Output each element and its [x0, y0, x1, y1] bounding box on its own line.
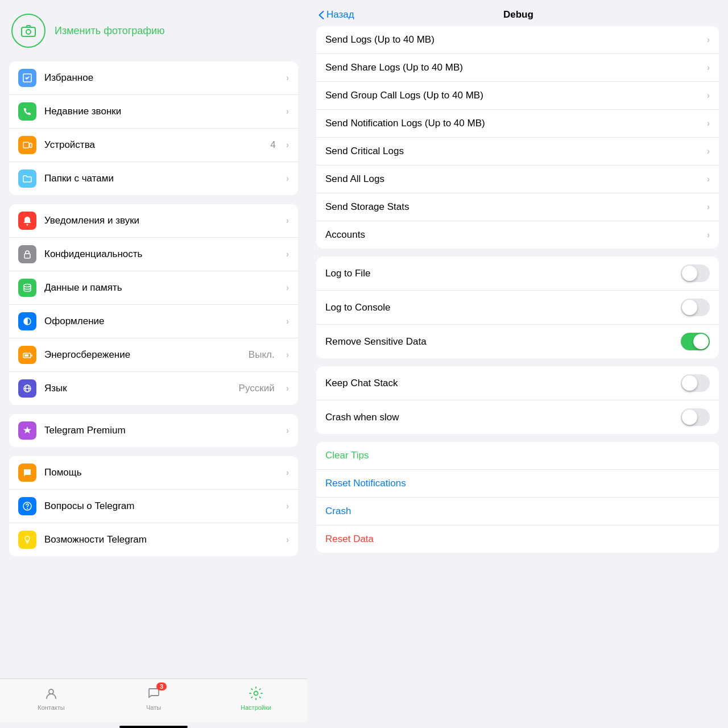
settings-item-features[interactable]: Возможности Telegram › [9, 523, 298, 556]
profile-avatar[interactable] [11, 14, 46, 48]
settings-tab-label: Настройки [241, 704, 271, 711]
folders-chevron: › [286, 173, 289, 184]
debug-item-send-storage-stats[interactable]: Send Storage Stats › [316, 193, 719, 221]
settings-item-appearance[interactable]: Оформление › [9, 305, 298, 338]
faq-chevron: › [286, 501, 289, 511]
debug-item-send-share-logs[interactable]: Send Share Logs (Up to 40 MB) › [316, 54, 719, 82]
privacy-label: Конфиденциальность [44, 249, 278, 260]
log-to-console-toggle-knob [682, 300, 697, 315]
tab-chats[interactable]: 3 Чаты [102, 685, 205, 711]
debug-item-clear-tips[interactable]: Clear Tips [316, 442, 719, 470]
premium-chevron: › [286, 425, 289, 436]
devices-badge: 4 [270, 139, 275, 151]
settings-item-data[interactable]: Данные и память › [9, 271, 298, 305]
back-button[interactable]: Назад [318, 9, 354, 20]
folders-icon [18, 169, 36, 188]
tab-bar: Контакты 3 Чаты Настройки [0, 679, 307, 722]
favorites-label: Избранное [44, 72, 278, 84]
debug-group-logs: Send Logs (Up to 40 MB) › Send Share Log… [316, 26, 719, 249]
back-label: Назад [326, 9, 354, 20]
notifications-label: Уведомления и звуки [44, 215, 278, 226]
keep-chat-stack-label: Keep Chat Stack [325, 378, 681, 389]
debug-item-reset-data[interactable]: Reset Data [316, 526, 719, 553]
svg-point-15 [49, 689, 53, 694]
language-icon [18, 379, 36, 398]
faq-icon [18, 497, 36, 515]
svg-point-14 [25, 536, 30, 541]
settings-item-premium[interactable]: Telegram Premium › [9, 414, 298, 447]
debug-item-send-all-logs[interactable]: Send All Logs › [316, 166, 719, 193]
left-panel: Изменить фотографию Избранное › Недавние… [0, 0, 307, 728]
help-chevron: › [286, 468, 289, 478]
debug-item-reset-notifications[interactable]: Reset Notifications [316, 470, 719, 498]
features-chevron: › [286, 535, 289, 545]
language-chevron: › [286, 383, 289, 394]
settings-item-favorites[interactable]: Избранное › [9, 61, 298, 95]
send-group-call-logs-label: Send Group Call Logs (Up to 40 MB) [325, 90, 707, 101]
help-icon [18, 464, 36, 482]
settings-item-faq[interactable]: Вопросы о Telegram › [9, 490, 298, 523]
debug-item-keep-chat-stack: Keep Chat Stack [316, 366, 719, 400]
settings-item-help[interactable]: Помощь › [9, 456, 298, 490]
debug-group-more-toggles: Keep Chat Stack Crash when slow [316, 366, 719, 434]
debug-item-send-notification-logs[interactable]: Send Notification Logs (Up to 40 MB) › [316, 110, 719, 138]
debug-group-toggles: Log to File Log to Console Remove Sensit… [316, 257, 719, 358]
crash-when-slow-toggle-knob [682, 410, 697, 425]
svg-point-1 [26, 30, 31, 34]
settings-item-language[interactable]: Язык Русский › [9, 372, 298, 405]
send-logs-label: Send Logs (Up to 40 MB) [325, 34, 707, 46]
reset-notifications-label: Reset Notifications [325, 478, 406, 489]
settings-item-privacy[interactable]: Конфиденциальность › [9, 238, 298, 271]
settings-group-help: Помощь › Вопросы о Telegram › Возможн [9, 456, 298, 556]
send-storage-stats-chevron: › [707, 202, 710, 212]
debug-item-crash[interactable]: Crash [316, 498, 719, 526]
debug-item-send-group-call-logs[interactable]: Send Group Call Logs (Up to 40 MB) › [316, 82, 719, 110]
remove-sensitive-data-toggle[interactable] [681, 333, 710, 350]
appearance-icon [18, 312, 36, 330]
features-icon [18, 531, 36, 549]
contacts-tab-label: Контакты [38, 704, 65, 711]
debug-item-send-logs[interactable]: Send Logs (Up to 40 MB) › [316, 26, 719, 54]
data-chevron: › [286, 283, 289, 293]
settings-item-folders[interactable]: Папки с чатами › [9, 162, 298, 195]
tab-settings[interactable]: Настройки [205, 685, 307, 711]
send-critical-logs-chevron: › [707, 146, 710, 156]
debug-item-accounts[interactable]: Accounts › [316, 221, 719, 249]
accounts-label: Accounts [325, 229, 707, 241]
debug-item-log-to-console: Log to Console [316, 291, 719, 325]
language-label: Язык [44, 383, 231, 394]
right-panel: Назад Debug Send Logs (Up to 40 MB) › Se… [307, 0, 728, 728]
battery-icon [18, 346, 36, 364]
settings-item-notifications[interactable]: Уведомления и звуки › [9, 204, 298, 238]
notifications-chevron: › [286, 216, 289, 226]
svg-rect-3 [30, 143, 32, 147]
send-all-logs-chevron: › [707, 174, 710, 184]
keep-chat-stack-toggle[interactable] [681, 374, 710, 392]
battery-label: Энергосбережение [44, 349, 241, 361]
appearance-chevron: › [286, 316, 289, 326]
clear-tips-label: Clear Tips [325, 450, 369, 461]
battery-chevron: › [286, 350, 289, 360]
debug-group-actions: Clear Tips Reset Notifications Crash Res… [316, 442, 719, 553]
log-to-file-toggle[interactable] [681, 264, 710, 282]
privacy-chevron: › [286, 249, 289, 259]
log-to-console-toggle[interactable] [681, 299, 710, 316]
settings-group-2: Уведомления и звуки › Конфиденциальность… [9, 204, 298, 405]
log-to-console-label: Log to Console [325, 302, 681, 313]
debug-item-send-critical-logs[interactable]: Send Critical Logs › [316, 138, 719, 166]
crash-when-slow-toggle[interactable] [681, 408, 710, 426]
settings-item-recent-calls[interactable]: Недавние звонки › [9, 95, 298, 129]
change-photo-link[interactable]: Изменить фотографию [55, 25, 165, 37]
debug-item-log-to-file: Log to File [316, 257, 719, 291]
settings-item-battery[interactable]: Энергосбережение Выкл. › [9, 338, 298, 372]
svg-rect-9 [24, 354, 28, 357]
send-share-logs-label: Send Share Logs (Up to 40 MB) [325, 62, 707, 73]
debug-item-remove-sensitive-data: Remove Sensitive Data [316, 325, 719, 358]
favorites-icon [18, 69, 36, 87]
svg-point-4 [27, 224, 28, 226]
svg-rect-0 [22, 27, 35, 36]
tab-contacts[interactable]: Контакты [0, 685, 102, 711]
help-label: Помощь [44, 467, 278, 478]
send-group-call-logs-chevron: › [707, 90, 710, 101]
settings-item-devices[interactable]: Устройства 4 › [9, 129, 298, 162]
